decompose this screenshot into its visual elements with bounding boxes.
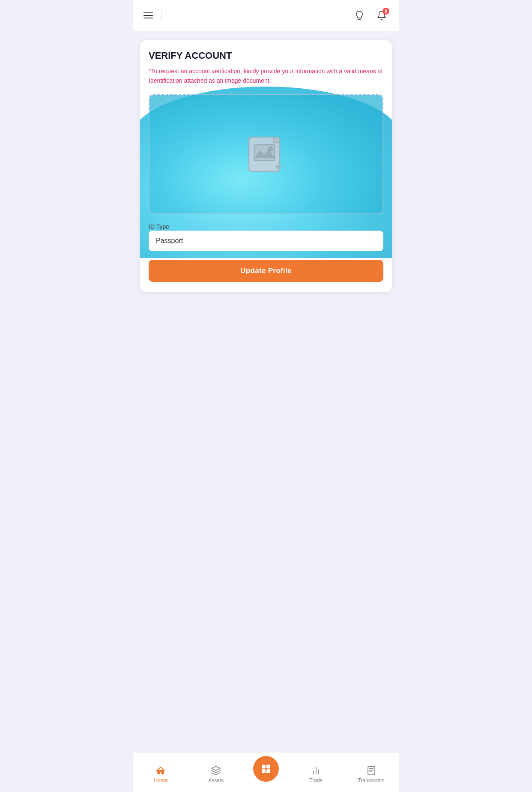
home-label: Home: [154, 777, 167, 783]
header-left: [142, 9, 162, 21]
nav-item-assets[interactable]: Assets: [188, 764, 244, 785]
app-header: 0: [133, 0, 399, 31]
assets-label: Assets: [208, 777, 224, 783]
nav-center-wrapper: [244, 756, 289, 785]
assets-icon: [211, 765, 221, 776]
trade-icon: [311, 765, 321, 776]
upload-area-inner: [245, 135, 287, 174]
nav-center-button[interactable]: [253, 756, 279, 782]
notification-button[interactable]: 0: [373, 7, 390, 24]
nav-item-home[interactable]: Home: [133, 764, 188, 785]
home-icon: [155, 765, 166, 776]
svg-rect-9: [266, 769, 270, 773]
lightbulb-icon: [354, 10, 365, 21]
nav-item-trade[interactable]: Trade: [288, 764, 344, 785]
nav-item-transaction[interactable]: Transaction: [344, 764, 399, 785]
transaction-label: Transaction: [358, 777, 384, 783]
page-title: VERIFY ACCOUNT: [149, 50, 383, 61]
verify-account-card: VERIFY ACCOUNT *To request an account ve…: [140, 40, 392, 292]
id-type-label: ID Type: [149, 223, 169, 230]
svg-marker-5: [212, 766, 220, 771]
page-subtitle: *To request an account verification, kin…: [149, 66, 383, 86]
trade-label: Trade: [309, 777, 323, 783]
main-content: VERIFY ACCOUNT *To request an account ve…: [133, 31, 399, 335]
update-profile-button[interactable]: Update Profile: [149, 260, 383, 282]
svg-rect-8: [262, 769, 266, 773]
bottom-nav: Home Assets: [133, 752, 399, 792]
svg-point-2: [268, 147, 272, 151]
upload-area[interactable]: [149, 94, 383, 214]
grid-icon: [260, 763, 272, 774]
header-divider: [161, 9, 162, 21]
svg-rect-13: [368, 766, 375, 775]
lightbulb-button[interactable]: [351, 7, 368, 24]
header-right: 0: [351, 7, 390, 24]
notification-badge: 0: [383, 8, 389, 15]
id-type-input[interactable]: [149, 231, 383, 251]
transaction-icon: [366, 765, 377, 776]
form-section: ID Type Update Profile: [149, 223, 383, 282]
image-placeholder-icon: [245, 135, 287, 174]
svg-rect-7: [266, 765, 270, 768]
svg-rect-6: [262, 765, 266, 768]
menu-button[interactable]: [142, 11, 155, 20]
